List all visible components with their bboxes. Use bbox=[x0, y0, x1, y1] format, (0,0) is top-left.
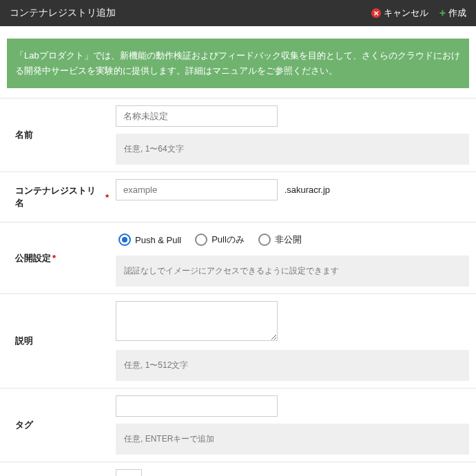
radio-label: Pullのみ bbox=[211, 234, 245, 246]
label-description: 説明 bbox=[0, 294, 116, 388]
close-icon: ✕ bbox=[371, 8, 381, 18]
label-icon: アイコン bbox=[0, 462, 116, 476]
radio-label: Push & Pull bbox=[135, 235, 181, 245]
radio-label: 非公開 bbox=[275, 234, 302, 246]
row-icon: アイコン - ▼ bbox=[0, 462, 476, 476]
registry-suffix: .sakuracr.jp bbox=[284, 185, 330, 195]
cancel-button[interactable]: ✕ キャンセル bbox=[371, 7, 428, 19]
label-name: 名前 bbox=[0, 99, 116, 172]
cancel-label: キャンセル bbox=[384, 7, 428, 19]
hint-name: 任意, 1〜64文字 bbox=[116, 134, 469, 165]
row-tag: タグ 任意, ENTERキーで追加 bbox=[0, 389, 476, 462]
content-description: 任意, 1〜512文字 bbox=[116, 294, 476, 388]
create-label: 作成 bbox=[448, 7, 466, 19]
content-registry-name: .sakuracr.jp bbox=[116, 172, 476, 222]
plus-icon: + bbox=[439, 7, 446, 19]
hint-visibility: 認証なしでイメージにアクセスできるように設定できます bbox=[116, 256, 469, 287]
hint-description: 任意, 1〜512文字 bbox=[116, 350, 469, 381]
radio-private[interactable]: 非公開 bbox=[258, 234, 302, 246]
header-bar: コンテナレジストリ追加 ✕ キャンセル + 作成 bbox=[0, 0, 476, 26]
form: 名前 任意, 1〜64文字 コンテナレジストリ名* .sakuracr.jp 公… bbox=[0, 98, 476, 476]
tag-input[interactable] bbox=[116, 395, 278, 417]
radio-icon bbox=[258, 234, 271, 246]
radio-pull-only[interactable]: Pullのみ bbox=[195, 234, 245, 246]
content-name: 任意, 1〜64文字 bbox=[116, 99, 476, 172]
visibility-radio-group: Push & Pull Pullのみ 非公開 bbox=[116, 229, 469, 249]
required-mark: * bbox=[105, 192, 109, 203]
description-textarea[interactable] bbox=[116, 301, 278, 341]
label-tag: タグ bbox=[0, 389, 116, 462]
radio-icon bbox=[118, 234, 131, 246]
row-name: 名前 任意, 1〜64文字 bbox=[0, 99, 476, 172]
hint-tag: 任意, ENTERキーで追加 bbox=[116, 424, 469, 455]
content-tag: 任意, ENTERキーで追加 bbox=[116, 389, 476, 462]
create-button-header[interactable]: + 作成 bbox=[439, 7, 466, 19]
content-visibility: Push & Pull Pullのみ 非公開 認証なしでイメージにアクセスできる… bbox=[116, 223, 476, 293]
radio-icon bbox=[195, 234, 207, 246]
lab-notice: 「Labプロダクト」では、新機能の動作検証およびフィードバック収集を目的として、… bbox=[7, 39, 469, 88]
header-actions: ✕ キャンセル + 作成 bbox=[371, 7, 466, 19]
page-title: コンテナレジストリ追加 bbox=[10, 7, 116, 19]
required-mark: * bbox=[52, 253, 56, 263]
label-registry-name: コンテナレジストリ名* bbox=[0, 172, 116, 222]
content-icon: - ▼ bbox=[116, 462, 476, 476]
registry-name-input[interactable] bbox=[116, 179, 278, 200]
name-input[interactable] bbox=[116, 105, 278, 127]
radio-push-pull[interactable]: Push & Pull bbox=[118, 234, 181, 246]
row-visibility: 公開設定* Push & Pull Pullのみ 非公開 認証なしでイメージにア… bbox=[0, 223, 476, 294]
row-description: 説明 任意, 1〜512文字 bbox=[0, 294, 476, 389]
row-registry-name: コンテナレジストリ名* .sakuracr.jp bbox=[0, 172, 476, 223]
label-visibility: 公開設定* bbox=[0, 223, 116, 293]
icon-select[interactable]: - ▼ bbox=[116, 469, 142, 476]
